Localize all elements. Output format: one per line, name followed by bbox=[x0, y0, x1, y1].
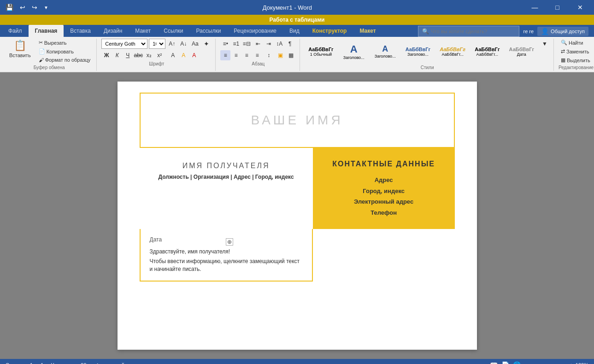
search-bar[interactable]: 🔍 bbox=[418, 26, 519, 37]
font-size-up-button[interactable]: A↑ bbox=[167, 39, 177, 49]
address-line[interactable]: Адрес bbox=[322, 175, 446, 185]
align-right-button[interactable]: ≡ bbox=[241, 50, 252, 60]
zoom-in-button[interactable]: + bbox=[570, 362, 572, 364]
customize-icon[interactable]: ▼ bbox=[42, 4, 50, 11]
tab-layout[interactable]: Макет bbox=[129, 25, 157, 37]
word-count: Число слов: 99 bbox=[51, 362, 86, 364]
paste-button[interactable]: 📋 Вставить bbox=[6, 39, 35, 59]
border-button[interactable]: ▦ bbox=[286, 50, 296, 60]
greeting-field[interactable]: Здравствуйте, имя получателя! bbox=[150, 248, 303, 255]
redo-icon[interactable]: ↪ bbox=[30, 3, 39, 12]
align-center-button[interactable]: ≡ bbox=[231, 50, 241, 60]
superscript-button[interactable]: x² bbox=[154, 50, 165, 60]
style-h3[interactable]: АаБбВвГг Заголово... bbox=[402, 45, 434, 58]
body-text-field[interactable]: Чтобы ввести информацию, щелкните замеща… bbox=[150, 258, 303, 273]
tab-table-layout[interactable]: Макет bbox=[353, 25, 382, 37]
style-date-preview: АаБбВвГг bbox=[509, 47, 534, 52]
font-name-select[interactable]: Century Goth bbox=[101, 39, 147, 49]
bullets-button[interactable]: ≡• bbox=[220, 39, 230, 49]
undo-icon[interactable]: ↩ bbox=[18, 3, 27, 12]
recipient-name[interactable]: ИМЯ ПОЛУЧАТЕЛЯ bbox=[149, 162, 304, 170]
italic-button[interactable]: К bbox=[112, 50, 122, 60]
zoom-out-button[interactable]: − bbox=[524, 362, 527, 364]
contact-info: Адрес Город, индекс Электронный адрес Те… bbox=[322, 175, 446, 218]
ribbon-body: 📋 Вставить ✂ Вырезать 📄 Копировать 🖌 Фор… bbox=[0, 37, 594, 72]
tab-constructor[interactable]: Конструктор bbox=[306, 25, 353, 37]
recipient-cell: ИМЯ ПОЛУЧАТЕЛЯ Должность | Организация |… bbox=[140, 148, 313, 229]
tab-home[interactable]: Главная bbox=[29, 25, 64, 37]
highlight-button[interactable]: A bbox=[178, 50, 188, 60]
main-area: ⊕ ВАШЕ ИМЯ ИМЯ ПОЛУЧАТЕЛЯ Должность | Ор… bbox=[0, 72, 594, 359]
numbering-button[interactable]: ≡1 bbox=[231, 39, 241, 49]
style-h5[interactable]: АаБбВвГг АаБбВвГг... bbox=[471, 45, 503, 58]
tab-design[interactable]: Дизайн bbox=[97, 25, 129, 37]
multilevel-button[interactable]: ≡⊟ bbox=[241, 39, 252, 49]
style-h5-preview: АаБбВвГг bbox=[475, 47, 500, 52]
increase-indent-button[interactable]: ⇥ bbox=[264, 39, 274, 49]
font-row1: Century Goth 10 A↑ A↓ Aa ✦ bbox=[101, 39, 212, 49]
search-input[interactable] bbox=[431, 29, 505, 34]
minimize-button[interactable]: — bbox=[524, 0, 545, 15]
font-color-button[interactable]: A bbox=[189, 50, 199, 60]
share-button[interactable]: 👤 Общий доступ bbox=[537, 27, 588, 36]
cut-button[interactable]: ✂ Вырезать bbox=[36, 39, 93, 47]
re-re-label: re re bbox=[523, 29, 534, 34]
format-painter-button[interactable]: 🖌 Формат по образцу bbox=[36, 56, 93, 64]
select-button[interactable]: ▦ Выделить bbox=[559, 56, 593, 64]
text-effects-button[interactable]: A bbox=[168, 50, 178, 60]
language[interactable]: русский bbox=[106, 362, 124, 364]
font-size-select[interactable]: 10 bbox=[149, 39, 165, 49]
style-h2[interactable]: А Заголово... bbox=[371, 43, 400, 60]
email-line[interactable]: Электронный адрес bbox=[322, 196, 446, 207]
city-zip-line[interactable]: Город, индекс bbox=[322, 186, 446, 196]
style-normal[interactable]: АаБбВвГг 1 Обычный bbox=[305, 45, 337, 58]
bold-button[interactable]: Ж bbox=[101, 50, 112, 60]
font-size-down-button[interactable]: A↓ bbox=[178, 39, 188, 49]
replace-button[interactable]: ⇄ Заменить bbox=[559, 47, 593, 55]
tab-mailings[interactable]: Рассылки bbox=[190, 25, 228, 37]
styles-scroll-down[interactable]: ▼ bbox=[540, 39, 550, 49]
align-left-button[interactable]: ≡ bbox=[220, 50, 230, 60]
change-case-button[interactable]: Aa bbox=[190, 39, 200, 49]
contact-title[interactable]: КОНТАКТНЫЕ ДАННЫЕ bbox=[322, 159, 446, 169]
tab-references[interactable]: Ссылки bbox=[157, 25, 189, 37]
copy-icon: 📄 bbox=[39, 48, 45, 54]
maximize-button[interactable]: □ bbox=[547, 0, 568, 15]
style-h1-label: Заголово... bbox=[343, 55, 365, 60]
find-button[interactable]: 🔍 Найти bbox=[559, 39, 593, 47]
line-spacing-button[interactable]: ↕ bbox=[264, 50, 274, 60]
underline-button[interactable]: Ч bbox=[123, 50, 133, 60]
strikethrough-button[interactable]: abc bbox=[133, 50, 143, 60]
tab-review[interactable]: Рецензирование bbox=[227, 25, 283, 37]
editing-controls: 🔍 Найти ⇄ Заменить ▦ Выделить bbox=[559, 39, 593, 64]
style-date[interactable]: АаБбВвГг Дата bbox=[506, 45, 538, 58]
phone-line[interactable]: Телефон bbox=[322, 207, 446, 218]
tab-file[interactable]: Файл bbox=[2, 25, 29, 37]
show-marks-button[interactable]: ¶ bbox=[285, 39, 295, 49]
spell-check-icon[interactable]: ✓ bbox=[94, 362, 99, 364]
name-table: ВАШЕ ИМЯ bbox=[140, 93, 455, 148]
clear-formatting-button[interactable]: ✦ bbox=[201, 39, 212, 49]
cut-label: Вырезать bbox=[44, 40, 67, 46]
shading-button[interactable]: ▣ bbox=[275, 50, 285, 60]
find-label: Найти bbox=[569, 40, 583, 46]
web-layout-icon[interactable]: 🌐 bbox=[513, 361, 521, 364]
justify-button[interactable]: ≡ bbox=[252, 50, 262, 60]
style-normal-label: 1 Обычный bbox=[310, 52, 332, 57]
subscript-button[interactable]: x₂ bbox=[144, 50, 154, 60]
decrease-indent-button[interactable]: ⇤ bbox=[253, 39, 263, 49]
table-move-handle[interactable]: ⊕ bbox=[226, 238, 233, 246]
window-controls: — □ ✕ bbox=[524, 0, 590, 15]
read-mode-icon[interactable]: 📖 bbox=[490, 361, 498, 364]
print-layout-icon[interactable]: 📄 bbox=[501, 361, 509, 364]
name-cell[interactable]: ВАШЕ ИМЯ bbox=[141, 94, 453, 146]
recipient-details[interactable]: Должность | Организация | Адрес | Город,… bbox=[149, 174, 304, 180]
save-icon[interactable]: 💾 bbox=[4, 3, 15, 12]
copy-button[interactable]: 📄 Копировать bbox=[36, 47, 93, 55]
tab-insert[interactable]: Вставка bbox=[64, 25, 97, 37]
sort-button[interactable]: ↕A bbox=[274, 39, 284, 49]
tab-view[interactable]: Вид bbox=[283, 25, 306, 37]
close-button[interactable]: ✕ bbox=[570, 0, 590, 15]
style-h1[interactable]: А Заголово... bbox=[339, 42, 369, 61]
style-h4[interactable]: АаБбВвГг АаБбВвГг... bbox=[436, 45, 469, 58]
